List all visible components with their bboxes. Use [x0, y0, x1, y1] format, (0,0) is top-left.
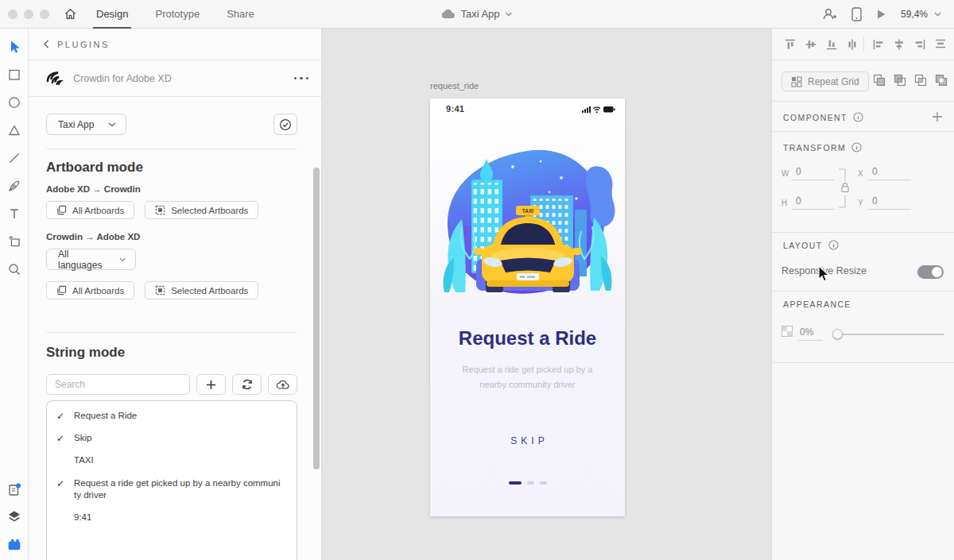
window-minimize-icon[interactable]	[24, 10, 33, 19]
opacity-value[interactable]: 0%	[798, 326, 823, 341]
align-right-icon[interactable]	[913, 38, 926, 51]
align-top-icon[interactable]	[784, 38, 797, 51]
search-input[interactable]	[46, 374, 190, 395]
plus-icon	[206, 380, 216, 390]
tool-rail	[0, 29, 29, 560]
download-selected-artboards-button[interactable]: Selected Artboards	[145, 281, 258, 299]
xd-to-crowdin-label: Adobe XD → Crowdin	[46, 184, 297, 194]
opacity-slider-track[interactable]	[836, 334, 944, 335]
selected-artboard-icon	[155, 205, 165, 215]
taxi-sign-text: TAXI	[522, 208, 534, 214]
skip-button[interactable]: SKIP	[430, 435, 625, 446]
text-tool-icon[interactable]	[7, 207, 21, 221]
upload-all-artboards-button[interactable]: All Artboards	[46, 201, 134, 219]
share-user-icon[interactable]	[822, 7, 837, 21]
x-field[interactable]: 0	[868, 166, 911, 180]
zoom-level-select[interactable]: 59,4%	[901, 9, 941, 20]
opacity-slider-knob[interactable]	[832, 329, 843, 339]
width-field[interactable]: 0	[792, 166, 835, 180]
layout-section-header: LAYOUT	[783, 240, 839, 250]
document-title-menu[interactable]: Taxi App	[441, 8, 512, 20]
upload-strings-button[interactable]	[268, 374, 297, 395]
y-field[interactable]: 0	[868, 195, 911, 210]
component-section: COMPONENT	[772, 102, 954, 132]
opacity-checker-icon	[781, 326, 793, 337]
home-icon[interactable]	[64, 7, 77, 21]
pen-tool-icon[interactable]	[7, 179, 21, 193]
add-string-button[interactable]	[196, 374, 226, 395]
tab-prototype[interactable]: Prototype	[153, 0, 201, 29]
boolean-intersect-icon[interactable]	[913, 73, 928, 87]
rectangle-tool-icon[interactable]	[7, 68, 21, 82]
check-circle-icon	[279, 118, 292, 131]
window-zoom-icon[interactable]	[40, 10, 49, 19]
status-icons	[582, 105, 615, 114]
plugin-menu-icon[interactable]	[294, 77, 309, 80]
project-select[interactable]: Taxi App	[46, 114, 126, 135]
screen-title: Request a Ride	[430, 327, 625, 350]
chevron-down-icon	[506, 12, 513, 17]
polygon-tool-icon[interactable]	[7, 123, 21, 137]
repeat-grid-label: Repeat Grid	[808, 76, 859, 87]
window-close-icon[interactable]	[8, 10, 17, 19]
tab-share-label: Share	[227, 8, 254, 20]
align-bottom-icon[interactable]	[825, 38, 838, 51]
chevron-down-icon	[934, 12, 941, 17]
window-controls[interactable]	[8, 10, 49, 19]
y-label: Y	[858, 199, 863, 207]
boolean-add-icon[interactable]	[872, 73, 886, 87]
string-list-item[interactable]: ✓ Skip	[47, 427, 297, 450]
distribute-horizontal-icon[interactable]	[846, 38, 859, 51]
string-list-item[interactable]: ✓ TAXI	[47, 450, 297, 472]
info-icon[interactable]	[828, 240, 839, 250]
artboard-name-label[interactable]: request_ride	[430, 81, 479, 91]
confirm-project-button[interactable]	[273, 114, 297, 135]
line-tool-icon[interactable]	[7, 151, 21, 165]
refresh-strings-button[interactable]	[232, 374, 262, 395]
back-chevron-icon[interactable]	[43, 40, 49, 48]
boolean-subtract-icon[interactable]	[893, 73, 907, 87]
info-icon[interactable]	[853, 112, 863, 122]
desktop-preview-play-icon[interactable]	[876, 9, 886, 20]
ellipse-tool-icon[interactable]	[7, 95, 21, 110]
boolean-exclude-icon[interactable]	[934, 73, 948, 87]
align-left-icon[interactable]	[872, 38, 885, 51]
artboard-tool-icon[interactable]	[7, 234, 21, 249]
plugins-panel-icon[interactable]	[7, 536, 21, 550]
language-select[interactable]: All languages	[46, 249, 136, 270]
align-vertical-center-icon[interactable]	[805, 38, 817, 51]
zoom-tool-icon[interactable]	[7, 262, 21, 276]
distribute-vertical-icon[interactable]	[934, 38, 947, 51]
tab-share[interactable]: Share	[225, 0, 256, 29]
lock-aspect-ratio-icon[interactable]	[839, 165, 850, 211]
zoom-level-value: 59,4%	[901, 9, 928, 20]
info-icon[interactable]	[851, 142, 862, 153]
artboard-request-ride[interactable]: 9:41	[430, 98, 625, 516]
string-list-item[interactable]: ✓ 9:41	[47, 507, 297, 529]
add-component-icon[interactable]	[932, 111, 943, 122]
artboards-stack-icon	[56, 205, 67, 215]
plugin-panel: PLUGINS Crowdin for Adobe XD Taxi App Ar…	[29, 29, 322, 560]
layers-icon[interactable]	[7, 509, 21, 523]
upload-selected-artboards-button[interactable]: Selected Artboards	[145, 201, 258, 219]
string-list-item[interactable]: ✓ Request a Ride	[47, 405, 297, 427]
height-field[interactable]: 0	[792, 195, 835, 210]
panel-scrollbar[interactable]	[313, 168, 320, 469]
select-tool-icon[interactable]	[7, 40, 21, 54]
chevron-down-icon	[119, 257, 126, 262]
design-canvas[interactable]: request_ride 9:41	[323, 29, 771, 560]
repeat-grid-button[interactable]: Repeat Grid	[781, 71, 869, 91]
device-preview-icon[interactable]	[851, 7, 862, 21]
assets-notification-icon[interactable]	[7, 482, 21, 496]
string-item-text: Skip	[74, 432, 91, 445]
download-all-artboards-button[interactable]: All Artboards	[46, 281, 134, 299]
align-horizontal-center-icon[interactable]	[893, 38, 906, 51]
cloud-icon	[441, 10, 455, 19]
selected-artboard-icon	[155, 285, 165, 295]
responsive-resize-toggle[interactable]	[917, 265, 944, 279]
tab-design[interactable]: Design	[95, 0, 130, 29]
plugins-back-label[interactable]: PLUGINS	[57, 40, 110, 49]
document-title: Taxi App	[460, 8, 499, 20]
string-list-item[interactable]: ✓ Request a ride get picked up by a near…	[47, 473, 297, 507]
component-label: COMPONENT	[783, 113, 847, 122]
